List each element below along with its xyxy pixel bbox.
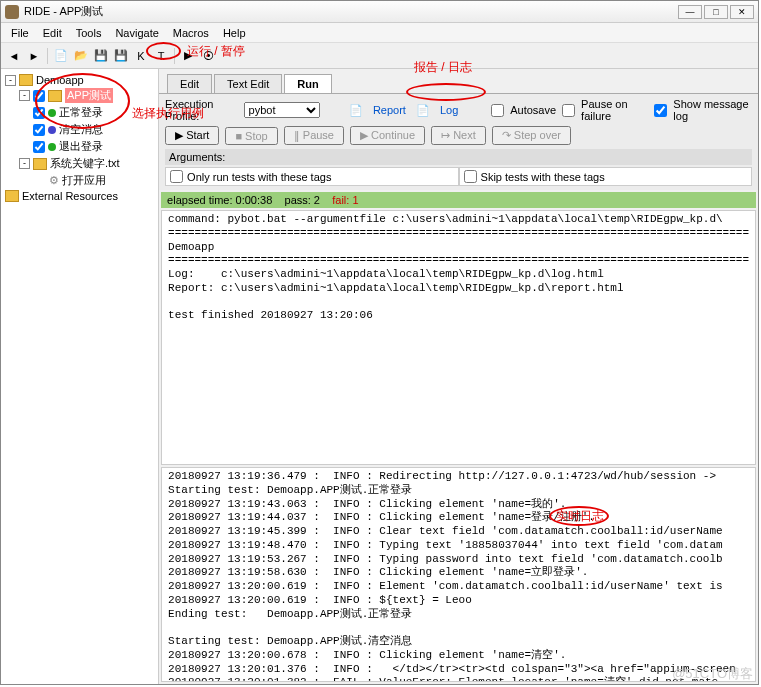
menu-help[interactable]: Help: [217, 25, 252, 41]
tree-case[interactable]: 退出登录: [59, 139, 103, 154]
tree-expander[interactable]: -: [19, 90, 30, 101]
exec-profile-label: Execution Profile:: [165, 98, 237, 122]
autosave-checkbox[interactable]: [491, 104, 504, 117]
only-tags-label: Only run tests with these tags: [187, 171, 331, 183]
folder-icon: [33, 158, 47, 170]
text-icon[interactable]: T: [152, 47, 170, 65]
titlebar: RIDE - APP测试 — □ ✕: [1, 1, 758, 23]
tree-root[interactable]: Demoapp: [36, 74, 84, 86]
skip-tags-label: Skip tests with these tags: [481, 171, 605, 183]
suite-checkbox[interactable]: [33, 90, 45, 102]
pass-count: pass: 2: [285, 194, 320, 206]
output-area[interactable]: command: pybot.bat --argumentfile c:\use…: [161, 210, 756, 465]
run-icon[interactable]: ▶: [179, 47, 197, 65]
minimize-button[interactable]: —: [678, 5, 702, 19]
exec-profile-select[interactable]: pybot: [244, 102, 320, 118]
menubar: File Edit Tools Navigate Macros Help: [1, 23, 758, 43]
window-title: RIDE - APP测试: [24, 4, 678, 19]
keyword-icon: ⚙: [49, 174, 59, 187]
show-msg-log-checkbox[interactable]: [654, 104, 667, 117]
autosave-label: Autosave: [510, 104, 556, 116]
menu-tools[interactable]: Tools: [70, 25, 108, 41]
continue-button[interactable]: ▶ Continue: [350, 126, 425, 145]
skip-tags-checkbox[interactable]: [464, 170, 477, 183]
tree-expander[interactable]: -: [5, 75, 16, 86]
fail-count: fail: 1: [332, 194, 358, 206]
folder-icon: [19, 74, 33, 86]
log-link[interactable]: Log: [436, 104, 462, 116]
tree-expander[interactable]: -: [19, 158, 30, 169]
keyword-icon[interactable]: K: [132, 47, 150, 65]
back-icon[interactable]: ◄: [5, 47, 23, 65]
status-bar: elapsed time: 0:00:38 pass: 2 fail: 1: [161, 192, 756, 208]
menu-file[interactable]: File: [5, 25, 35, 41]
pause-on-fail-checkbox[interactable]: [562, 104, 575, 117]
saveall-icon[interactable]: 💾: [112, 47, 130, 65]
case-checkbox[interactable]: [33, 107, 45, 119]
start-button[interactable]: ▶ Start: [165, 126, 219, 145]
tree-case[interactable]: 清空消息: [59, 122, 103, 137]
tree-keyword[interactable]: 打开应用: [62, 173, 106, 188]
pause-on-fail-label: Pause on failure: [581, 98, 648, 122]
new-icon[interactable]: 📄: [52, 47, 70, 65]
tree-panel: - Demoapp - APP测试 正常登录 清空消息: [1, 69, 159, 684]
forward-icon[interactable]: ►: [25, 47, 43, 65]
case-checkbox[interactable]: [33, 124, 45, 136]
tab-edit[interactable]: Edit: [167, 74, 212, 93]
menu-edit[interactable]: Edit: [37, 25, 68, 41]
testcase-icon: [48, 126, 56, 134]
folder-icon: [48, 90, 62, 102]
open-icon[interactable]: 📂: [72, 47, 90, 65]
arguments-label: Arguments:: [165, 149, 752, 165]
pause-icon[interactable]: ⦿: [199, 47, 217, 65]
tree-kwfile[interactable]: 系统关键字.txt: [50, 156, 120, 171]
toolbar: ◄ ► 📄 📂 💾 💾 K T ▶ ⦿: [1, 43, 758, 69]
close-button[interactable]: ✕: [730, 5, 754, 19]
pause-button[interactable]: ‖ Pause: [284, 126, 344, 145]
save-icon[interactable]: 💾: [92, 47, 110, 65]
stepover-button[interactable]: ↷ Step over: [492, 126, 571, 145]
maximize-button[interactable]: □: [704, 5, 728, 19]
testcase-icon: [48, 143, 56, 151]
tree-ext-res[interactable]: External Resources: [22, 190, 118, 202]
menu-macros[interactable]: Macros: [167, 25, 215, 41]
folder-icon: [5, 190, 19, 202]
tab-text-edit[interactable]: Text Edit: [214, 74, 282, 93]
watermark: @51CTO博客: [672, 665, 753, 683]
report-icon: 📄: [349, 104, 363, 117]
log-icon: 📄: [416, 104, 430, 117]
tree-case[interactable]: 正常登录: [59, 105, 103, 120]
only-tags-checkbox[interactable]: [170, 170, 183, 183]
tab-run[interactable]: Run: [284, 74, 331, 93]
app-icon: [5, 5, 19, 19]
log-area[interactable]: 20180927 13:19:36.479 : INFO : Redirecti…: [161, 467, 756, 682]
elapsed-time: elapsed time: 0:00:38: [167, 194, 272, 206]
stop-button[interactable]: ■ Stop: [225, 127, 277, 145]
tab-bar: Edit Text Edit Run: [159, 69, 758, 93]
case-checkbox[interactable]: [33, 141, 45, 153]
report-link[interactable]: Report: [369, 104, 410, 116]
show-msg-log-label: Show message log: [673, 98, 752, 122]
tree-suite[interactable]: APP测试: [65, 88, 113, 103]
next-button[interactable]: ↦ Next: [431, 126, 486, 145]
testcase-icon: [48, 109, 56, 117]
menu-navigate[interactable]: Navigate: [109, 25, 164, 41]
